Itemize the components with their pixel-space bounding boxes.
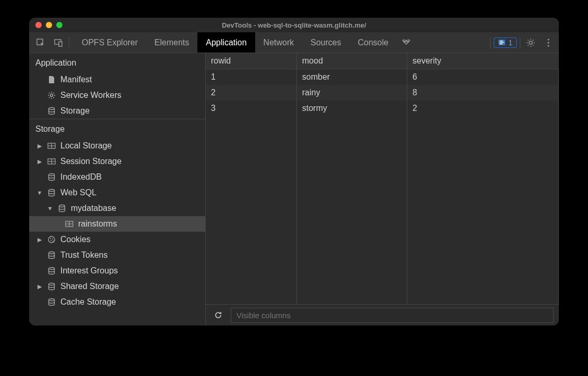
cell: 3 [206,101,297,116]
database-icon [47,106,56,116]
svg-point-24 [49,299,55,301]
table-row[interactable]: 1 somber 6 [206,69,559,85]
minimize-window-button[interactable] [46,22,52,28]
svg-point-18 [52,239,53,240]
sidebar-item-label: Cookies [60,235,91,244]
svg-point-16 [48,236,55,243]
cell: somber [297,69,407,85]
sidebar-item-label: Trust Tokens [60,250,108,260]
svg-point-4 [529,41,532,44]
svg-point-19 [51,240,52,241]
table-icon [47,157,56,166]
svg-point-12 [49,174,55,176]
sidebar-item-label: Interest Groups [60,266,118,275]
gear-icon [47,91,56,100]
settings-icon[interactable] [523,35,538,50]
issues-count: 1 [508,39,512,47]
sidebar-item-label: rainstorms [78,219,117,229]
database-icon [57,204,67,213]
svg-point-13 [49,190,55,192]
tab-opfs-explorer[interactable]: OPFS Explorer [73,32,146,53]
table-row[interactable]: 3 stormy 2 [206,101,559,116]
table-icon [65,219,74,229]
bottom-toolbar [206,305,559,325]
traffic-lights [29,22,62,28]
tab-network[interactable]: Network [255,32,303,53]
sidebar-item-cache-storage[interactable]: ▶ Cache Storage [29,294,205,310]
svg-rect-2 [59,42,62,46]
cell: stormy [297,101,407,116]
database-icon [47,266,56,275]
sidebar-item-trust-tokens[interactable]: ▶ Trust Tokens [29,247,205,263]
column-header-severity[interactable]: severity [407,53,559,69]
issues-badge[interactable]: 1 [494,37,517,48]
svg-point-21 [49,252,55,254]
cookie-icon [47,235,56,244]
tab-application[interactable]: Application [197,32,255,53]
svg-point-17 [50,238,51,239]
sidebar-item-label: IndexedDB [60,172,102,182]
database-icon [47,250,56,260]
table-icon [47,141,56,151]
svg-point-9 [49,108,55,110]
more-tabs-icon[interactable] [397,39,416,47]
database-icon [47,172,56,182]
titlebar: DevTools - web-sql-to-sqlite-wasm.glitch… [29,18,559,32]
sidebar-item-manifest[interactable]: ▶ Manifest [29,72,205,87]
svg-point-14 [59,205,65,207]
sidebar-item-storage[interactable]: ▶ Storage [29,103,205,119]
sidebar-item-label: Storage [60,106,90,116]
table-content: rowid mood severity 1 somber 6 2 rainy 8 [206,53,559,325]
sidebar-item-rainstorms[interactable]: rainstorms [29,216,205,232]
svg-point-7 [547,45,549,46]
svg-point-6 [547,42,549,43]
chevron-down-icon: ▼ [36,190,43,196]
sidebar-item-label: Manifest [60,75,92,84]
sidebar: Application ▶ Manifest ▶ Service Workers… [29,53,206,325]
refresh-icon[interactable] [211,308,226,322]
chevron-right-icon: ▶ [36,143,43,149]
tab-console[interactable]: Console [349,32,397,53]
sidebar-item-shared-storage[interactable]: ▶ Shared Storage [29,279,205,294]
device-toolbar-icon[interactable] [51,35,66,50]
cell: 2 [206,85,297,101]
svg-point-22 [49,268,55,270]
sidebar-item-label: Web SQL [60,188,96,197]
sidebar-item-label: Session Storage [60,157,121,166]
sidebar-item-label: Service Workers [60,91,121,100]
cell: 6 [407,69,559,85]
sidebar-item-service-workers[interactable]: ▶ Service Workers [29,87,205,103]
tab-elements[interactable]: Elements [146,32,198,53]
tab-sources[interactable]: Sources [302,32,349,53]
svg-point-5 [547,39,549,40]
svg-point-8 [51,94,53,97]
database-icon [47,282,56,291]
sidebar-item-interest-groups[interactable]: ▶ Interest Groups [29,263,205,279]
sidebar-item-session-storage[interactable]: ▶ Session Storage [29,154,205,169]
document-icon [47,75,56,84]
svg-point-23 [49,283,55,285]
column-header-rowid[interactable]: rowid [206,53,297,69]
chevron-down-icon: ▼ [47,205,53,211]
sidebar-item-local-storage[interactable]: ▶ Local Storage [29,138,205,154]
window-title: DevTools - web-sql-to-sqlite-wasm.glitch… [29,21,559,29]
cell: rainy [297,85,407,101]
sidebar-item-mydatabase[interactable]: ▼ mydatabase [29,200,205,216]
section-storage: Storage [29,119,205,138]
sidebar-item-cookies[interactable]: ▶ Cookies [29,232,205,247]
table-row[interactable]: 2 rainy 8 [206,85,559,101]
sidebar-item-label: Cache Storage [60,297,116,307]
section-application: Application [29,53,205,72]
maximize-window-button[interactable] [56,22,62,28]
sidebar-item-label: Shared Storage [60,282,119,291]
sidebar-item-indexeddb[interactable]: ▶ IndexedDB [29,169,205,185]
toolbar: OPFS Explorer Elements Application Netwo… [29,32,559,53]
sidebar-item-label: mydatabase [71,204,116,213]
visible-columns-input[interactable] [231,308,554,323]
chevron-right-icon: ▶ [36,158,43,165]
inspect-element-icon[interactable] [33,35,48,50]
column-header-mood[interactable]: mood [297,53,407,69]
more-options-icon[interactable] [541,35,556,50]
sidebar-item-web-sql[interactable]: ▼ Web SQL [29,185,205,200]
close-window-button[interactable] [35,22,42,28]
